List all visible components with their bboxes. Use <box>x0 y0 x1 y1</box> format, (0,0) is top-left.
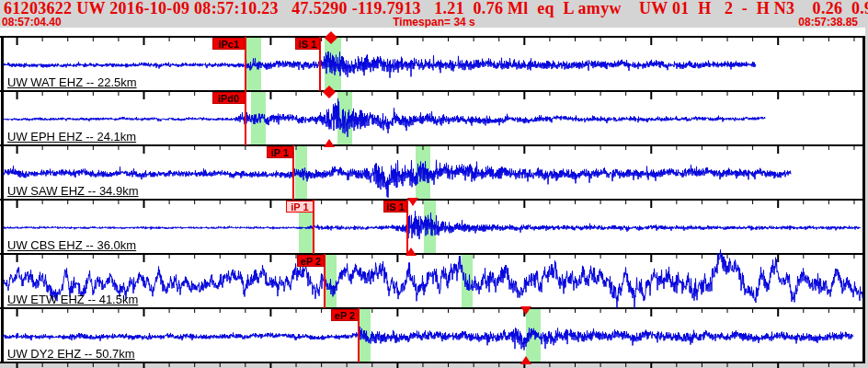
seismic-review-window: { "header": { "event_line": "61203622 UW… <box>0 0 868 368</box>
pick-flag[interactable]: iPd0 <box>212 92 245 104</box>
pick-flag[interactable]: iS 1 <box>383 201 407 213</box>
pick-flag[interactable]: eP 2 <box>297 255 325 267</box>
seismogram-canvas[interactable] <box>0 0 868 368</box>
pick-flag[interactable]: iS 1 <box>295 38 320 50</box>
pick-flag[interactable]: iP 1 <box>286 201 314 213</box>
pick-flag[interactable]: eP 2 <box>331 309 359 321</box>
pick-flag[interactable]: iP 1 <box>267 146 293 158</box>
pick-flag[interactable]: iPc1 <box>212 38 245 50</box>
